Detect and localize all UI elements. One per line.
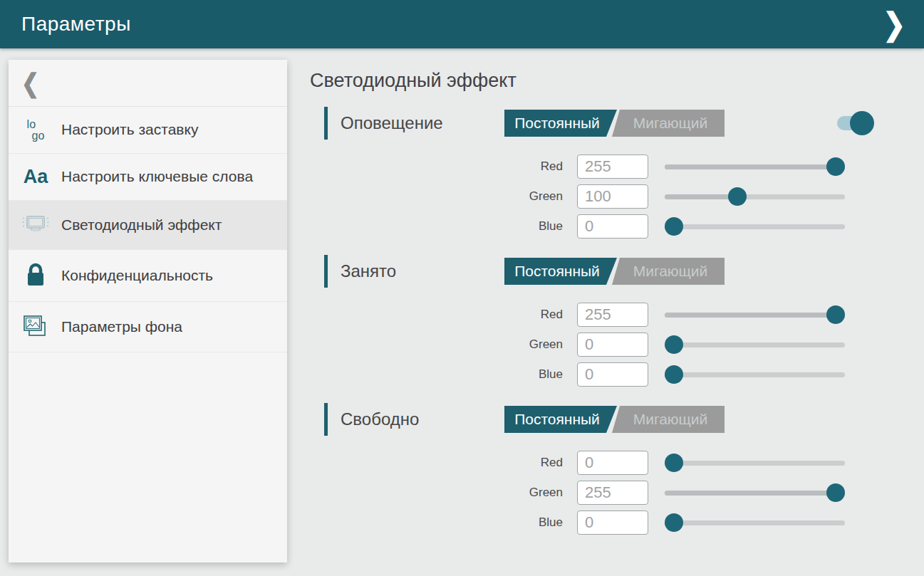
channel-label: Red <box>310 159 563 174</box>
section-alert: Оповещение Постоянный Мигающий Red Green <box>310 106 874 239</box>
section-name: Занято <box>341 261 396 281</box>
toggle-knob <box>850 111 874 135</box>
rgb-row-red: Red <box>310 451 874 475</box>
red-value-input[interactable] <box>577 155 648 179</box>
section-accent-bar <box>324 255 328 288</box>
channel-label: Red <box>310 456 563 470</box>
image-icon <box>19 314 53 340</box>
rgb-row-blue: Blue <box>310 362 874 387</box>
green-value-input[interactable] <box>577 332 648 357</box>
slider-thumb[interactable] <box>826 157 845 176</box>
sidebar-item-led-effect[interactable]: Светодиодный эффект <box>9 201 287 250</box>
mode-blinking-button[interactable]: Мигающий <box>609 110 725 137</box>
aa-text-icon: Aa <box>19 166 53 188</box>
mode-blinking-button[interactable]: Мигающий <box>609 406 725 433</box>
slider-thumb[interactable] <box>665 454 683 472</box>
green-value-input[interactable] <box>577 184 648 209</box>
mode-segmented-control: Постоянный Мигающий <box>504 110 725 137</box>
section-busy: Занято Постоянный Мигающий Red Green <box>310 254 874 387</box>
slider-track <box>665 342 845 347</box>
green-value-input[interactable] <box>577 481 648 505</box>
slider-thumb[interactable] <box>826 483 845 502</box>
mode-solid-button[interactable]: Постоянный <box>504 110 617 137</box>
channel-label: Green <box>310 189 563 204</box>
channel-label: Blue <box>310 367 563 382</box>
red-value-input[interactable] <box>577 451 648 475</box>
sidebar-item-label: Конфиденциальность <box>61 266 213 285</box>
sidebar-item-screensaver[interactable]: lo go Настроить заставку <box>9 107 287 154</box>
red-slider[interactable] <box>665 157 845 176</box>
sidebar-item-background[interactable]: Параметры фона <box>9 302 287 352</box>
section-free: Свободно Постоянный Мигающий Red Green <box>310 402 874 535</box>
channel-label: Green <box>310 486 563 500</box>
blue-value-input[interactable] <box>577 214 648 239</box>
slider-thumb[interactable] <box>665 513 683 532</box>
slider-track <box>665 520 845 525</box>
slider-track <box>665 372 845 377</box>
panel-title: Светодиодный эффект <box>310 70 874 92</box>
section-accent-bar <box>324 107 328 140</box>
lock-icon <box>19 262 53 289</box>
sidebar-item-label: Параметры фона <box>61 318 182 336</box>
blue-slider[interactable] <box>665 217 845 236</box>
channel-label: Green <box>310 337 563 352</box>
section-enable-toggle[interactable] <box>837 116 866 130</box>
green-slider[interactable] <box>665 483 845 502</box>
slider-thumb[interactable] <box>665 365 683 384</box>
mode-segmented-control: Постоянный Мигающий <box>504 406 725 433</box>
slider-track <box>665 461 845 466</box>
app-header: Параметры ❯ <box>0 0 924 48</box>
section-name: Свободно <box>341 409 419 429</box>
red-slider[interactable] <box>665 305 845 324</box>
blue-value-input[interactable] <box>577 510 648 535</box>
slider-fill <box>665 194 737 199</box>
blue-value-input[interactable] <box>577 362 648 387</box>
red-value-input[interactable] <box>577 303 648 327</box>
blue-slider[interactable] <box>665 365 845 384</box>
channel-label: Blue <box>310 515 563 530</box>
sidebar-back-button[interactable]: ❮ <box>9 60 287 107</box>
channel-label: Red <box>310 308 563 322</box>
blue-slider[interactable] <box>665 513 845 532</box>
red-slider[interactable] <box>665 454 845 472</box>
rgb-row-blue: Blue <box>310 510 874 535</box>
led-effect-panel: Светодиодный эффект Оповещение Постоянны… <box>310 60 874 550</box>
sidebar-item-keywords[interactable]: Aa Настроить ключевые слова <box>9 154 287 201</box>
section-accent-bar <box>324 403 328 436</box>
sidebar-item-label: Настроить ключевые слова <box>61 167 253 186</box>
mode-solid-button[interactable]: Постоянный <box>504 406 617 433</box>
mode-segmented-control: Постоянный Мигающий <box>504 258 725 285</box>
rgb-row-green: Green <box>310 332 874 357</box>
slider-thumb[interactable] <box>665 335 683 354</box>
back-chevron-icon: ❮ <box>21 68 39 98</box>
slider-thumb[interactable] <box>665 217 683 236</box>
forward-chevron-icon[interactable]: ❯ <box>883 9 905 40</box>
rgb-row-red: Red <box>310 303 874 327</box>
rgb-row-green: Green <box>310 481 874 505</box>
sidebar-item-label: Настроить заставку <box>61 120 198 139</box>
rgb-row-red: Red <box>310 155 874 179</box>
section-name: Оповещение <box>341 113 443 133</box>
mode-solid-button[interactable]: Постоянный <box>504 258 617 285</box>
sidebar-item-label: Светодиодный эффект <box>61 216 222 234</box>
channel-label: Blue <box>310 219 563 234</box>
green-slider[interactable] <box>665 335 845 354</box>
slider-thumb[interactable] <box>728 187 747 206</box>
slider-track <box>665 224 845 229</box>
rgb-row-blue: Blue <box>310 214 874 239</box>
page-title: Параметры <box>21 13 131 36</box>
settings-sidebar: ❮ lo go Настроить заставку Aa Настроить … <box>9 60 287 562</box>
green-slider[interactable] <box>665 187 845 206</box>
mode-blinking-button[interactable]: Мигающий <box>609 258 725 285</box>
led-monitor-icon <box>19 213 53 237</box>
slider-fill <box>665 491 836 496</box>
sidebar-item-privacy[interactable]: Конфиденциальность <box>9 250 287 302</box>
rgb-row-green: Green <box>310 184 874 209</box>
slider-thumb[interactable] <box>826 305 845 324</box>
slider-fill <box>665 164 836 169</box>
logo-icon: lo go <box>19 119 53 140</box>
slider-fill <box>665 313 836 318</box>
